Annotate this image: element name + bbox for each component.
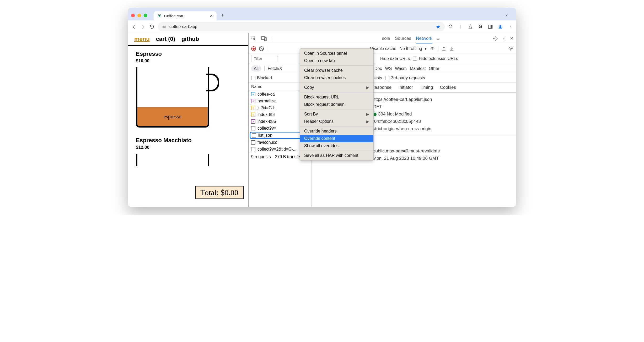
menu-item[interactable]: Save all as HAR with content xyxy=(300,152,373,159)
labs-icon[interactable] xyxy=(468,24,473,29)
menu-item[interactable]: Sort By▶ xyxy=(300,111,373,118)
network-type-filters: All Fetch/X Doc WS Wasm Manifest Other xyxy=(249,64,516,73)
menu-separator xyxy=(300,82,373,83)
request-count: 9 requests xyxy=(251,155,271,159)
menu-item-label: Clear browser cache xyxy=(304,68,343,73)
nav-menu-link[interactable]: menu xyxy=(134,36,150,42)
request-url: https://coffee-cart.app/list.json xyxy=(373,97,432,102)
disable-cache-checkbox[interactable]: Disable cache xyxy=(370,46,396,51)
menu-item-label: Override headers xyxy=(304,129,337,134)
menu-separator xyxy=(300,65,373,66)
filter-manifest[interactable]: Manifest xyxy=(410,66,426,71)
menu-item-label: Clear browser cookies xyxy=(304,75,346,80)
chrome-menu-icon[interactable]: ⋮ xyxy=(508,24,513,29)
tab-cookies[interactable]: Cookies xyxy=(440,85,456,90)
app-viewport: menu cart (0) github Espresso $10.00 esp… xyxy=(128,33,249,207)
tab-network[interactable]: Network xyxy=(416,36,432,43)
bookmark-star-icon[interactable]: ★ xyxy=(436,24,441,30)
macchiato-mug-icon[interactable] xyxy=(136,154,209,166)
menu-item[interactable]: Show all overrides xyxy=(300,142,373,150)
menu-item[interactable]: Open in Sources panel xyxy=(300,50,373,57)
close-window-icon[interactable] xyxy=(131,14,135,17)
address-bar[interactable]: coffee-cart.app ★ xyxy=(158,22,445,31)
minimize-window-icon[interactable] xyxy=(137,14,141,17)
tab-response[interactable]: Response xyxy=(372,85,392,90)
google-icon[interactable]: G xyxy=(478,24,483,29)
new-tab-button[interactable]: + xyxy=(219,12,226,19)
nav-github-link[interactable]: github xyxy=(181,36,199,42)
product-macchiato: Espresso Macchiato $12.00 xyxy=(128,132,248,171)
product-price: $12.00 xyxy=(136,145,240,150)
nav-cart-link[interactable]: cart (0) xyxy=(156,36,175,42)
filter-all[interactable]: All xyxy=(251,66,261,71)
hide-extension-urls-checkbox[interactable]: Hide extension URLs xyxy=(413,56,458,61)
transfer-size: 279 B transfe xyxy=(275,155,300,159)
filter-doc[interactable]: Doc xyxy=(374,66,382,71)
menu-item[interactable]: Override headers xyxy=(300,128,373,135)
tab-console[interactable]: sole xyxy=(382,36,390,41)
reload-button[interactable] xyxy=(149,24,155,30)
menu-separator xyxy=(300,151,373,151)
close-tab-icon[interactable]: ✕ xyxy=(210,13,213,18)
product-name: Espresso Macchiato xyxy=(136,137,240,144)
filter-ws[interactable]: WS xyxy=(385,66,392,71)
tab-sources[interactable]: Sources xyxy=(395,36,411,41)
maximize-window-icon[interactable] xyxy=(144,14,147,17)
side-panel-icon[interactable] xyxy=(488,24,493,29)
menu-item[interactable]: Clear browser cookies xyxy=(300,74,373,81)
clear-button[interactable] xyxy=(259,46,264,51)
menu-item-label: Save all as HAR with content xyxy=(304,153,358,158)
menu-item-label: Open in Sources panel xyxy=(304,51,347,56)
browser-tab-bar: Coffee cart ✕ + xyxy=(128,8,516,20)
filter-fetchxhr[interactable]: Fetch/X xyxy=(268,66,282,71)
filter-wasm[interactable]: Wasm xyxy=(395,66,407,71)
menu-item[interactable]: Block request URL xyxy=(300,93,373,101)
menu-separator xyxy=(300,126,373,126)
back-button[interactable] xyxy=(131,24,137,30)
menu-item[interactable]: Open in new tab xyxy=(300,57,373,64)
upload-har-icon[interactable] xyxy=(442,46,446,51)
svg-rect-0 xyxy=(163,26,164,27)
hide-data-urls-checkbox[interactable]: Hide data URLs xyxy=(380,56,410,61)
request-name: coffee-ca xyxy=(257,92,275,97)
menu-separator xyxy=(300,92,373,92)
kebab-menu-icon[interactable]: ⋮ xyxy=(502,36,506,41)
profile-icon[interactable] xyxy=(498,24,503,29)
close-devtools-icon[interactable]: ✕ xyxy=(510,36,513,41)
separator-icon xyxy=(438,46,438,51)
inspect-element-icon[interactable] xyxy=(251,36,256,41)
menu-item[interactable]: Override content xyxy=(300,135,373,142)
menu-item[interactable]: Header Options▶ xyxy=(300,118,373,125)
tab-overflow-icon[interactable] xyxy=(502,12,511,18)
forward-button[interactable] xyxy=(140,24,146,30)
menu-item[interactable]: Copy▶ xyxy=(300,84,373,91)
more-tabs-icon[interactable]: » xyxy=(437,36,439,41)
device-toolbar-icon[interactable] xyxy=(261,36,267,41)
blocked-checkbox[interactable]: Blocked xyxy=(251,76,272,80)
filter-other[interactable]: Other xyxy=(429,66,439,71)
extensions-icon[interactable] xyxy=(448,24,453,29)
menu-item[interactable]: Clear browser cache xyxy=(300,67,373,74)
menu-separator xyxy=(300,109,373,109)
settings-gear-icon[interactable] xyxy=(493,36,498,41)
wifi-icon[interactable] xyxy=(430,46,435,51)
menu-item[interactable]: Block request domain xyxy=(300,101,373,108)
tab-title: Coffee cart xyxy=(164,14,207,18)
network-settings-gear-icon[interactable] xyxy=(508,46,513,51)
submenu-arrow-icon: ▶ xyxy=(366,112,369,116)
site-settings-icon[interactable] xyxy=(162,24,167,29)
third-party-checkbox[interactable]: 3rd-party requests xyxy=(385,76,425,80)
tab-initiator[interactable]: Initiator xyxy=(398,85,413,90)
espresso-mug-icon[interactable]: espresso xyxy=(136,67,209,128)
request-name: list.json xyxy=(258,133,272,138)
browser-tab[interactable]: Coffee cart ✕ xyxy=(154,11,217,20)
request-method: GET xyxy=(373,104,382,109)
tab-timing[interactable]: Timing xyxy=(420,85,433,90)
throttling-select[interactable]: No throttling ▾ xyxy=(400,46,427,51)
context-menu: Open in Sources panelOpen in new tabClea… xyxy=(300,48,374,161)
record-button[interactable] xyxy=(251,46,256,51)
download-har-icon[interactable] xyxy=(449,46,454,51)
cart-total-badge[interactable]: Total: $0.00 xyxy=(195,186,244,199)
menu-item-label: Copy xyxy=(304,85,314,90)
filter-input[interactable]: Filter xyxy=(251,55,277,62)
